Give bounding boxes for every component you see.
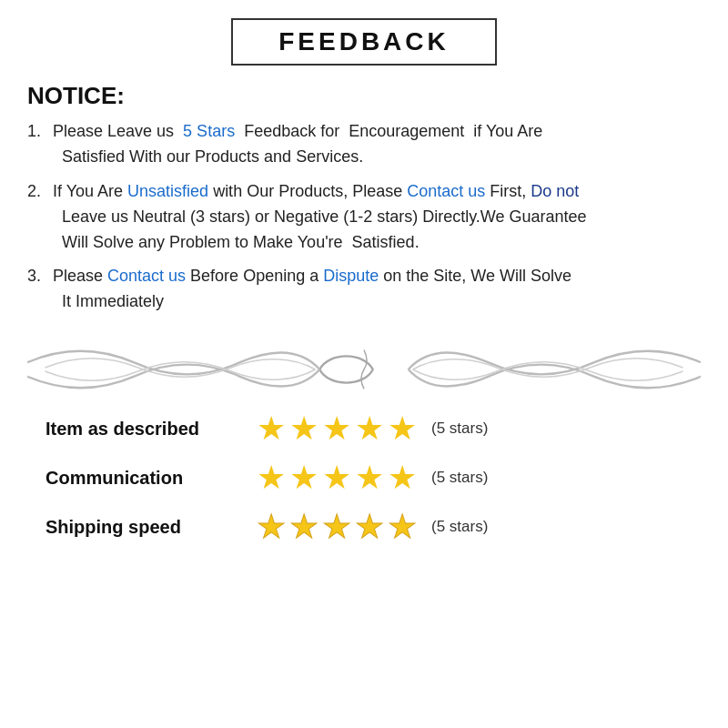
- highlight-contact1: Contact us: [407, 182, 485, 200]
- star-icon: ★: [355, 508, 384, 546]
- list-item: 1. Please Leave us 5 Stars Feedback for …: [27, 119, 587, 170]
- list-item-number: 3.: [27, 264, 53, 288]
- feedback-title: FEEDBACK: [231, 18, 497, 66]
- star-icon: ★: [289, 508, 318, 546]
- star-icon: ★: [322, 508, 351, 546]
- highlight-unsatisfied: Unsatisfied: [127, 182, 208, 200]
- list-item-number: 2.: [27, 179, 53, 204]
- star-icon: ★: [257, 410, 286, 448]
- ornament-svg: [27, 342, 701, 397]
- rating-label-shipping: Shipping speed: [46, 517, 246, 538]
- rating-row-shipping: Shipping speed ★ ★ ★ ★ ★ (5 stars): [46, 508, 701, 546]
- rating-row-communication: Communication ★ ★ ★ ★ ★ (5 stars): [46, 459, 701, 497]
- star-icon: ★: [322, 410, 351, 448]
- list-item: 2. If You Are Unsatisfied with Our Produ…: [27, 179, 587, 256]
- highlight-donot: Do not: [531, 182, 579, 200]
- rating-count-communication: (5 stars): [431, 469, 488, 487]
- list-item-text: Please Leave us 5 Stars Feedback for Enc…: [53, 119, 542, 170]
- notice-title-text: NOTICE: [27, 82, 116, 109]
- highlight-5stars: 5 Stars: [183, 122, 235, 140]
- ratings-section: Item as described ★ ★ ★ ★ ★ (5 stars) Co…: [27, 410, 701, 546]
- page-wrapper: FEEDBACK NOTICE: 1. Please Leave us 5 St…: [0, 0, 728, 728]
- list-item: 3. Please Contact us Before Opening a Di…: [27, 264, 587, 315]
- star-icon: ★: [355, 410, 384, 448]
- notice-title: NOTICE:: [27, 82, 587, 110]
- rating-count-shipping: (5 stars): [431, 518, 488, 536]
- star-icon: ★: [388, 410, 417, 448]
- star-icon: ★: [388, 459, 417, 497]
- rating-label-communication: Communication: [46, 468, 246, 489]
- header-section: FEEDBACK: [27, 18, 701, 66]
- star-icon: ★: [257, 459, 286, 497]
- highlight-dispute: Dispute: [323, 267, 379, 285]
- list-item-text: If You Are Unsatisfied with Our Products…: [53, 179, 587, 256]
- star-icon: ★: [289, 410, 318, 448]
- ornament-divider: [27, 342, 701, 397]
- stars-group-communication: ★ ★ ★ ★ ★: [257, 459, 417, 497]
- stars-group-item: ★ ★ ★ ★ ★: [257, 410, 417, 448]
- highlight-contact2: Contact us: [107, 267, 186, 285]
- stars-group-shipping: ★ ★ ★ ★ ★: [257, 508, 417, 546]
- star-icon: ★: [355, 459, 384, 497]
- rating-row-item: Item as described ★ ★ ★ ★ ★ (5 stars): [46, 410, 701, 448]
- notice-list: 1. Please Leave us 5 Stars Feedback for …: [27, 119, 587, 315]
- star-icon: ★: [322, 459, 351, 497]
- notice-colon: :: [116, 82, 125, 109]
- list-item-number: 1.: [27, 119, 53, 144]
- star-icon: ★: [257, 508, 286, 546]
- list-item-text: Please Contact us Before Opening a Dispu…: [53, 264, 571, 315]
- rating-count-item: (5 stars): [431, 420, 488, 438]
- rating-label-item: Item as described: [46, 419, 246, 440]
- star-icon: ★: [289, 459, 318, 497]
- star-icon: ★: [388, 508, 417, 546]
- notice-section: NOTICE: 1. Please Leave us 5 Stars Feedb…: [27, 82, 587, 315]
